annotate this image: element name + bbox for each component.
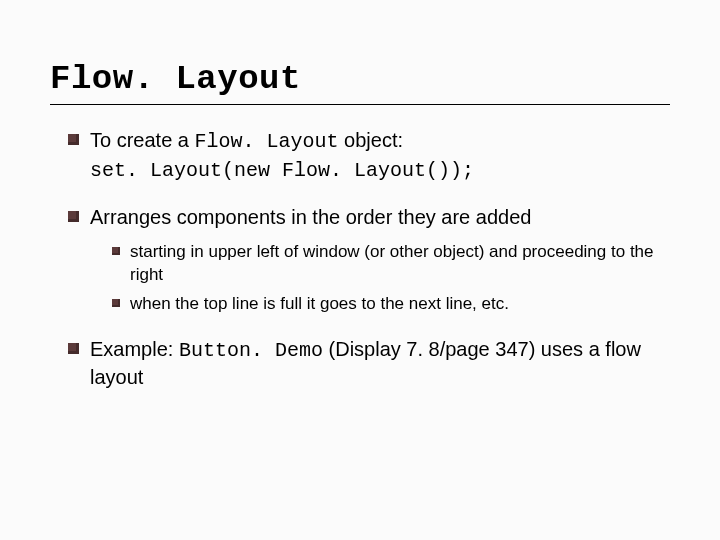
- bullet-item: Example: Button. Demo (Display 7. 8/page…: [68, 336, 670, 391]
- inline-code: Button. Demo: [179, 339, 323, 362]
- inline-code: Flow. Layout: [195, 130, 339, 153]
- bullet-text-post: object:: [339, 129, 403, 151]
- slide: Flow. Layout To create a Flow. Layout ob…: [0, 0, 720, 540]
- bullet-text: Arranges components in the order they ar…: [90, 206, 531, 228]
- code-line: set. Layout(new Flow. Layout());: [90, 157, 670, 184]
- bullet-text-pre: Example:: [90, 338, 179, 360]
- bullet-item: Arranges components in the order they ar…: [68, 204, 670, 316]
- sub-bullet-list: starting in upper left of window (or oth…: [90, 241, 670, 316]
- bullet-list: To create a Flow. Layout object: set. La…: [50, 127, 670, 391]
- bullet-text-pre: To create a: [90, 129, 195, 151]
- title-underline: [50, 104, 670, 105]
- sub-bullet-item: when the top line is full it goes to the…: [112, 293, 670, 316]
- sub-bullet-item: starting in upper left of window (or oth…: [112, 241, 670, 287]
- bullet-item: To create a Flow. Layout object: set. La…: [68, 127, 670, 184]
- slide-title: Flow. Layout: [50, 60, 670, 98]
